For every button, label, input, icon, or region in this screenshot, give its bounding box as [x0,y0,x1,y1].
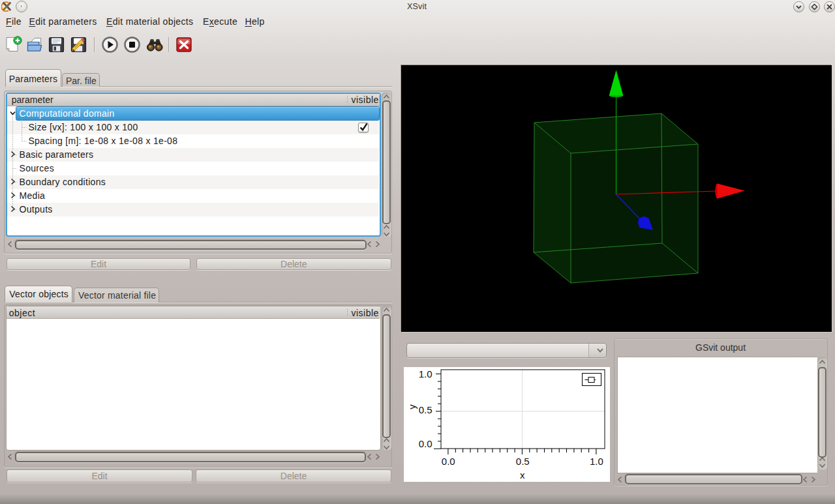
svg-text:0.0: 0.0 [419,438,433,449]
svg-text:1.0: 1.0 [590,456,603,467]
svg-text:0.0: 0.0 [442,456,455,467]
svg-text:0.5: 0.5 [516,456,530,467]
svg-text:1.0: 1.0 [419,368,433,379]
svg-text:y: y [406,404,418,409]
svg-text:0.5: 0.5 [419,404,433,415]
svg-text:x: x [520,469,525,481]
